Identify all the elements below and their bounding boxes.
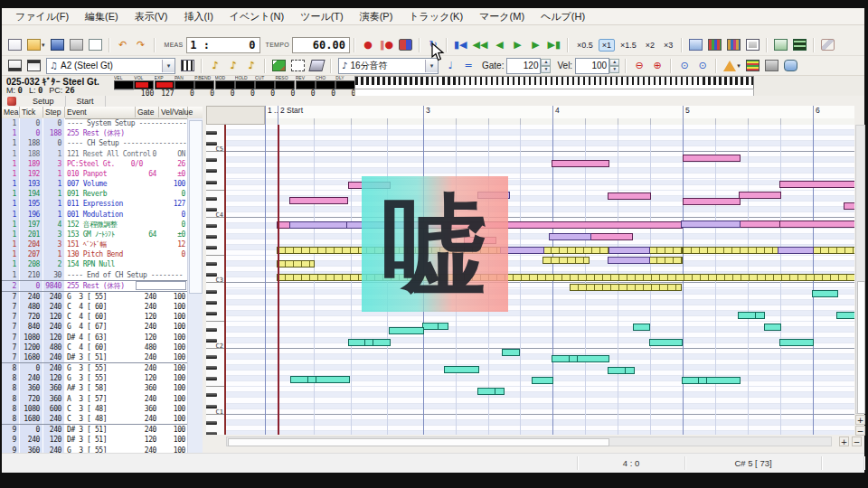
note[interactable] <box>649 339 683 346</box>
note[interactable] <box>552 160 609 167</box>
note[interactable] <box>812 247 854 254</box>
note[interactable] <box>495 388 505 395</box>
event-row[interactable]: 71200480C 4 [ 60]480100 <box>2 343 188 352</box>
event-row[interactable]: 11880---- CH Setup ---------------- <box>2 138 188 148</box>
view-graph-button[interactable] <box>706 37 723 53</box>
menu-event[interactable]: イベント(N) <box>222 8 292 25</box>
note[interactable] <box>648 257 683 264</box>
tab-setup[interactable]: Setup <box>22 96 66 107</box>
event-row[interactable]: 7840240G 4 [ 67]240100 <box>2 322 188 332</box>
step-forward-button[interactable]: ▶ <box>528 37 544 53</box>
vertical-scrollbar[interactable] <box>855 125 865 414</box>
vertical-zoom-in-button[interactable]: + <box>855 415 865 425</box>
track-selector[interactable]: ♫A2 (Steel Gt)▾ <box>46 58 175 74</box>
event-row[interactable]: 7240240G 3 [ 55]240100 <box>2 291 188 302</box>
note[interactable] <box>683 247 779 254</box>
zoom-out-button[interactable]: ⊖ <box>631 58 647 74</box>
menu-edit[interactable]: 編集(E) <box>77 8 127 25</box>
note[interactable] <box>681 221 741 228</box>
view-graph2-button[interactable] <box>725 37 742 53</box>
audition-1-button[interactable]: ♪ <box>207 58 223 74</box>
vel-input[interactable]: 100 <box>575 58 609 74</box>
rewind-button[interactable]: ◀◀ <box>471 37 490 53</box>
step-back-button[interactable]: ◀ <box>492 37 508 53</box>
note[interactable] <box>289 197 348 204</box>
spinner-down-icon[interactable]: ▼ <box>541 66 551 73</box>
note[interactable] <box>570 284 682 291</box>
zoom-x2-button[interactable]: ×2 <box>642 39 658 52</box>
event-row[interactable]: 12071130 Pitch Bend0 <box>2 249 188 259</box>
note[interactable] <box>444 366 479 373</box>
note[interactable] <box>348 339 366 346</box>
note[interactable] <box>683 198 741 205</box>
pause-button[interactable]: ‖● <box>378 37 395 53</box>
note[interactable] <box>502 349 520 356</box>
scrollbar-thumb[interactable] <box>857 281 865 414</box>
redo-button[interactable]: ↷ <box>133 37 149 53</box>
note[interactable] <box>277 260 315 267</box>
note[interactable] <box>779 339 814 346</box>
menu-mark[interactable]: マーク(M) <box>471 8 533 25</box>
import-notes-button[interactable] <box>763 58 780 74</box>
event-row[interactable]: 8720360A 3 [ 57]240100 <box>2 394 188 404</box>
event-row[interactable]: 11974152 音程微調整0 <box>2 220 188 230</box>
spinner-up-icon[interactable]: ▲ <box>541 59 551 66</box>
note[interactable] <box>764 324 781 331</box>
open-file-button[interactable]: ▾ <box>25 37 47 53</box>
note[interactable] <box>609 247 650 254</box>
event-row[interactable]: 100---- System Setup ------------ <box>2 118 188 128</box>
note[interactable] <box>542 257 590 264</box>
undo-button[interactable]: ↶ <box>115 37 131 53</box>
note[interactable] <box>633 324 650 331</box>
zoom-x1-button[interactable]: ×1 <box>599 39 615 52</box>
pencil-tool-button[interactable] <box>270 58 288 74</box>
note[interactable] <box>290 376 309 383</box>
event-row[interactable]: 121030---- End of CH Setup -------- <box>2 270 188 280</box>
audition-2-button[interactable]: ♪ <box>225 58 241 74</box>
note[interactable] <box>438 323 448 330</box>
go-start-button[interactable]: ▮◀ <box>452 37 469 53</box>
zoom-x1.5-button[interactable]: ×1.5 <box>617 39 640 52</box>
horizontal-zoom-out-button[interactable]: − <box>852 436 862 446</box>
quantize-button[interactable] <box>782 58 799 74</box>
tab-start[interactable]: Start <box>66 96 106 107</box>
piano-roll-grid[interactable] <box>226 125 854 435</box>
event-row[interactable]: 7720120C 4 [ 60]120100 <box>2 312 188 322</box>
eraser-tool-button[interactable] <box>308 58 326 74</box>
menu-tool[interactable]: ツール(T) <box>292 8 352 25</box>
event-row[interactable]: 7480240C 4 [ 60]240100 <box>2 302 188 312</box>
note[interactable] <box>590 233 633 240</box>
note[interactable] <box>812 290 838 297</box>
zoom-all-button[interactable]: ⊙ <box>694 58 711 74</box>
note[interactable] <box>738 312 757 319</box>
vertical-zoom-out-button[interactable]: − <box>855 426 865 436</box>
note[interactable] <box>316 376 350 383</box>
event-row[interactable]: 8360360A# 3 [ 58]360100 <box>2 383 188 393</box>
horizontal-scrollbar[interactable] <box>226 436 832 446</box>
save-file-button[interactable] <box>49 37 66 53</box>
spinner-down-icon[interactable]: ▼ <box>609 66 619 73</box>
note[interactable] <box>289 221 348 229</box>
gate-spinner[interactable]: ▲▼ <box>541 59 551 73</box>
menu-help[interactable]: ヘルプ(H) <box>533 8 593 25</box>
view-matrix-button[interactable] <box>791 37 808 53</box>
view-monitor-button[interactable] <box>744 37 761 53</box>
event-row[interactable]: 11893PC:Steel Gt. 0/026 <box>2 159 188 169</box>
menu-insert[interactable]: 挿入(I) <box>175 8 221 25</box>
event-row[interactable]: 10188255 Rest (休符) <box>2 128 188 138</box>
view-table-button[interactable] <box>772 37 789 53</box>
note[interactable] <box>706 377 741 384</box>
zoom-in-button[interactable]: ⊕ <box>649 58 665 74</box>
options-button[interactable] <box>819 37 836 53</box>
track-eject-button[interactable] <box>25 58 42 74</box>
event-row[interactable]: 81680240C 3 [ 48]240100 <box>2 414 188 424</box>
note[interactable] <box>625 367 635 374</box>
note[interactable] <box>682 377 700 384</box>
event-row[interactable]: 11951011 Expression127 <box>2 199 188 209</box>
horizontal-zoom-in-button[interactable]: + <box>839 436 849 446</box>
note[interactable] <box>608 367 627 374</box>
event-row[interactable]: 12043151 ﾍﾞﾝﾄﾞ幅12 <box>2 239 188 249</box>
event-row[interactable]: 11931007 Volume100 <box>2 179 188 189</box>
note[interactable] <box>373 339 391 346</box>
go-end-button[interactable]: ▶▮ <box>546 37 563 53</box>
